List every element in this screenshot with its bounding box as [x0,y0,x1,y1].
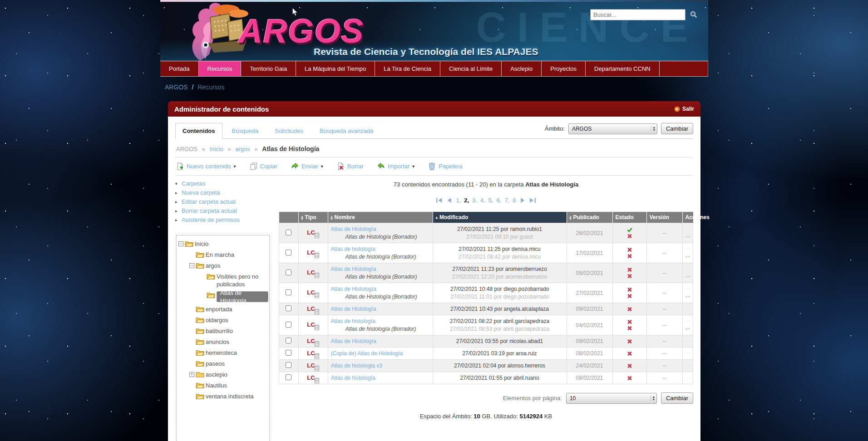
trash-button[interactable]: Papelera [428,162,462,170]
move-icon[interactable] [688,362,689,369]
row-checkbox[interactable] [286,250,291,255]
publish-icon[interactable] [690,225,690,233]
per-page-select[interactable]: 10 [566,393,657,404]
tree-node[interactable]: asclepio [189,371,268,378]
preview-icon[interactable] [687,265,687,273]
content-link[interactable]: Atlas de histología [331,246,375,252]
row-checkbox[interactable] [286,362,291,368]
edit-icon[interactable] [686,338,686,345]
edit-draft-icon[interactable] [686,273,687,280]
preview-draft-icon[interactable] [688,293,690,300]
import-button[interactable]: Importar [377,162,414,170]
header-tipo[interactable]: Tipo [298,212,328,223]
move-icon[interactable] [688,225,689,233]
content-link[interactable]: Atlas de Histología [331,338,376,344]
crumb-argos-link[interactable]: argos [235,146,250,152]
exit-button[interactable]: Salir [674,106,694,112]
content-link[interactable]: Atlas de histología [331,375,375,381]
content-link[interactable]: (Copia de) Atlas de Histología [331,350,403,357]
nav-item-ciencia-al-limite[interactable]: Ciencia al Límite [440,61,502,76]
row-checkbox[interactable] [286,350,291,356]
publish-icon[interactable] [690,265,690,273]
edit-icon[interactable] [686,265,686,273]
move-icon[interactable] [688,285,689,293]
tree-node[interactable]: anuncios [189,338,268,346]
page-link[interactable]: 3 [472,197,477,204]
page-link[interactable]: 5 [488,197,493,204]
breadcrumb-root-link[interactable]: ARGOS [165,83,188,91]
content-link[interactable]: Atlas de Histología [331,226,376,232]
header-modificado[interactable]: Modificado [433,212,567,223]
preview-icon[interactable] [687,374,687,382]
preview-icon[interactable] [687,245,687,253]
per-page-change-button[interactable]: Cambiar [661,392,693,404]
row-checkbox[interactable] [286,230,291,235]
publish-icon[interactable] [690,350,690,357]
row-checkbox[interactable] [286,270,291,275]
tree-node[interactable]: enportada [189,305,268,313]
sidebar-item-carpetas[interactable]: Carpetas [175,180,275,187]
preview-draft-icon[interactable] [688,325,690,333]
tab-solicitudes[interactable]: Solicitudes [268,123,310,138]
preview-icon[interactable] [687,318,687,325]
edit-icon[interactable] [686,225,686,233]
edit-draft-icon[interactable] [686,253,687,260]
tree-node[interactable]: hemeroteca [189,349,268,357]
edit-draft-icon[interactable] [686,233,687,240]
preview-icon[interactable] [687,338,687,345]
delete-button[interactable]: Borrar [337,162,364,170]
copy-button[interactable]: Copiar [250,162,277,170]
tab-busqueda-avanzada[interactable]: Búsqueda avanzada [313,123,380,138]
search-icon[interactable] [690,10,697,18]
move-icon[interactable] [688,374,689,382]
edit-icon[interactable] [686,245,686,253]
preview-draft-icon[interactable] [688,253,690,260]
last-page-icon[interactable] [529,197,536,203]
publish-icon[interactable] [690,285,690,293]
expand-icon[interactable] [189,372,194,377]
content-link[interactable]: Atlas de histologia v3 [331,363,382,369]
tab-contenidos[interactable]: Contenidos [175,123,222,139]
page-link[interactable]: 6 [497,197,502,204]
tree-node[interactable]: ventana indiscreta [189,392,268,400]
collapse-icon[interactable] [178,241,183,246]
prev-page-icon[interactable] [446,197,453,203]
sidebar-item-asistente-permisos[interactable]: Asistente de permisos [175,216,275,223]
nav-item-territorio-gaia[interactable]: Territorio Gaia [241,61,296,76]
tree-node[interactable]: batiburrillo [189,327,268,335]
page-link[interactable]: 7 [505,197,510,204]
tree-node-selected[interactable]: Atlas de Histología [200,291,268,302]
header-nombre[interactable]: Nombre [328,212,433,223]
nav-item-tira-de-ciencia[interactable]: La Tira de Ciencia [375,61,440,76]
tree-node[interactable]: Nautilus [189,382,268,389]
row-checkbox[interactable] [286,322,291,328]
edit-draft-icon[interactable] [686,293,687,300]
move-icon[interactable] [688,305,689,313]
page-link[interactable]: 1 [456,197,461,204]
content-link[interactable]: Atlas de Histología [331,306,376,312]
send-button[interactable]: Enviar [291,162,323,170]
row-checkbox[interactable] [286,338,291,343]
crumb-inicio-link[interactable]: Inicio [209,146,223,152]
nav-item-departamento-ccnn[interactable]: Departamento CCNN [586,61,660,76]
move-icon[interactable] [688,338,689,345]
sidebar-item-borrar-carpeta[interactable]: Borrar carpeta actual [175,207,275,214]
edit-icon[interactable] [686,285,686,293]
row-checkbox[interactable] [286,374,291,380]
edit-icon[interactable] [686,305,686,313]
tree-node[interactable]: oldargos [189,316,268,324]
edit-icon[interactable] [686,318,686,325]
first-page-icon[interactable] [436,197,443,203]
nav-item-recursos[interactable]: Recursos [199,61,242,76]
nav-item-asclepio[interactable]: Asclepio [502,61,542,76]
preview-icon[interactable] [687,350,687,357]
publish-icon[interactable] [690,245,690,253]
content-link[interactable]: Atlas de Histología [331,286,376,292]
tree-node[interactable]: En marcha [189,251,268,259]
header-publicado[interactable]: Publicado [567,212,612,223]
edit-icon[interactable] [686,374,686,382]
next-page-icon[interactable] [519,197,526,203]
move-icon[interactable] [688,350,689,357]
preview-icon[interactable] [687,305,687,313]
nav-item-maquina-del-tiempo[interactable]: La Máquina del Tiempo [296,61,375,76]
